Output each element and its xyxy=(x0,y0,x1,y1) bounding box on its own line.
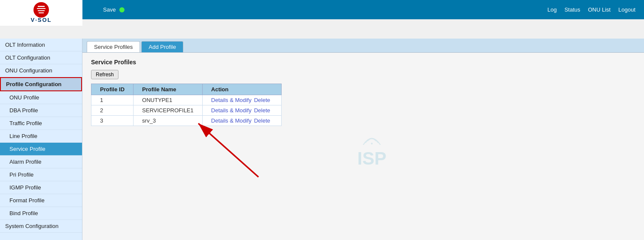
sidebar-item-format-profile[interactable]: Format Profile xyxy=(0,194,82,207)
delete-link[interactable]: Delete xyxy=(254,97,270,103)
main-content: Service Profiles Add Profile Service Pro… xyxy=(82,39,644,240)
cell-profile-name: ONUTYPE1 xyxy=(134,95,203,105)
layout: OLT InformationOLT ConfigurationONU Conf… xyxy=(0,39,644,240)
status-link[interactable]: Status xyxy=(565,6,580,13)
svg-point-7 xyxy=(371,143,373,144)
cell-action: Details & ModifyDelete xyxy=(202,116,282,126)
signal-icon xyxy=(361,130,383,148)
sidebar-item-onu-profile[interactable]: ONU Profile xyxy=(0,91,82,104)
sidebar-item-igmp-profile[interactable]: IGMP Profile xyxy=(0,181,82,194)
sidebar-item-bind-profile[interactable]: Bind Profile xyxy=(0,207,82,220)
isp-text: ISP xyxy=(357,148,386,169)
col-action: Action xyxy=(202,84,282,95)
cell-profile-id: 1 xyxy=(91,95,134,105)
table-row: 3srv_3Details & ModifyDelete xyxy=(91,116,282,126)
vsol-logo: V·SOL xyxy=(28,1,54,25)
cell-profile-id: 3 xyxy=(91,116,134,126)
cell-action: Details & ModifyDelete xyxy=(202,105,282,116)
content-title: Service Profiles xyxy=(91,59,635,66)
cell-action: Details & ModifyDelete xyxy=(202,95,282,105)
col-profile-id: Profile ID xyxy=(91,84,134,95)
sidebar-item-onu-configuration[interactable]: ONU Configuration xyxy=(0,64,82,77)
sidebar-item-system-configuration[interactable]: System Configuration xyxy=(0,220,82,233)
cell-profile-name: srv_3 xyxy=(134,116,203,126)
sidebar-item-line-profile[interactable]: Line Profile xyxy=(0,130,82,143)
sidebar-item-olt-configuration[interactable]: OLT Configuration xyxy=(0,51,82,64)
table-row: 1ONUTYPE1Details & ModifyDelete xyxy=(91,95,282,105)
svg-text:V·SOL: V·SOL xyxy=(30,17,52,23)
tab-add-profile[interactable]: Add Profile xyxy=(141,41,183,52)
save-area: Save xyxy=(103,6,125,13)
log-link[interactable]: Log xyxy=(547,6,557,13)
nav-links: Log Status ONU List Logout xyxy=(547,6,635,13)
logout-link[interactable]: Logout xyxy=(618,6,635,13)
header: Save Log Status ONU List Logout xyxy=(0,0,644,19)
sidebar-item-olt-information[interactable]: OLT Information xyxy=(0,39,82,51)
onu-list-link[interactable]: ONU List xyxy=(588,6,611,13)
details-modify-link[interactable]: Details & Modify xyxy=(211,97,252,103)
table-header-row: Profile ID Profile Name Action xyxy=(91,84,282,95)
refresh-button[interactable]: Refresh xyxy=(91,70,118,79)
delete-link[interactable]: Delete xyxy=(254,107,270,114)
isp-watermark: ISP xyxy=(357,130,386,169)
profiles-table: Profile ID Profile Name Action 1ONUTYPE1… xyxy=(91,84,282,126)
logo-area: V·SOL xyxy=(0,0,82,26)
content-area: Service Profiles Refresh Profile ID Prof… xyxy=(82,53,644,132)
sidebar-item-profile-configuration[interactable]: Profile Configuration xyxy=(0,77,82,91)
sidebar-item-pri-profile[interactable]: Pri Profile xyxy=(0,168,82,181)
sidebar: OLT InformationOLT ConfigurationONU Conf… xyxy=(0,39,82,240)
details-modify-link[interactable]: Details & Modify xyxy=(211,107,252,114)
sidebar-item-service-profile[interactable]: Service Profile xyxy=(0,143,82,156)
col-profile-name: Profile Name xyxy=(134,84,203,95)
svg-line-9 xyxy=(198,123,258,177)
delete-link[interactable]: Delete xyxy=(254,117,270,124)
sidebar-item-dba-profile[interactable]: DBA Profile xyxy=(0,104,82,117)
sidebar-item-alarm-profile[interactable]: Alarm Profile xyxy=(0,156,82,168)
cell-profile-id: 2 xyxy=(91,105,134,116)
cell-profile-name: SERVICEPROFILE1 xyxy=(134,105,203,116)
tab-service-profiles[interactable]: Service Profiles xyxy=(87,41,140,52)
svg-point-0 xyxy=(33,2,49,18)
save-label[interactable]: Save xyxy=(103,6,116,13)
details-modify-link[interactable]: Details & Modify xyxy=(211,117,252,124)
status-indicator xyxy=(119,7,125,12)
tab-bar: Service Profiles Add Profile xyxy=(82,39,644,53)
sidebar-item-traffic-profile[interactable]: Traffic Profile xyxy=(0,117,82,130)
table-row: 2SERVICEPROFILE1Details & ModifyDelete xyxy=(91,105,282,116)
